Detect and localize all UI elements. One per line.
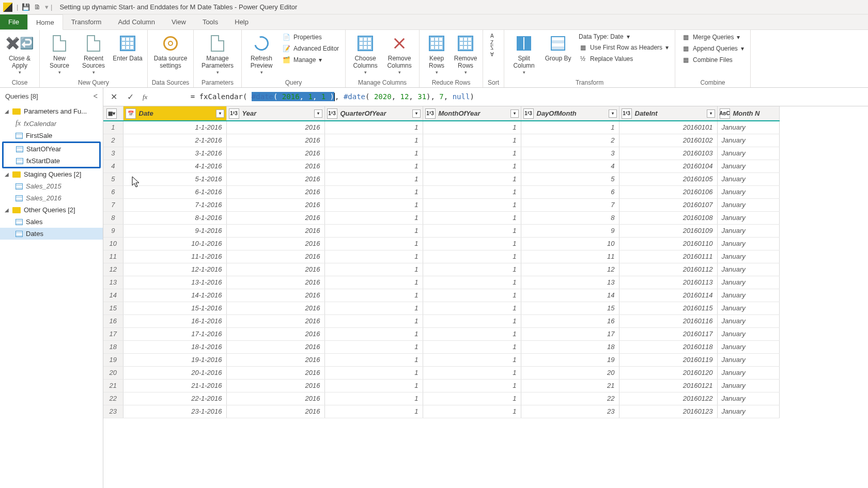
cell-day[interactable]: 13	[521, 276, 619, 289]
cell-date[interactable]: 18-1-2016	[123, 340, 226, 353]
combine-files-button[interactable]: ▦Combine Files	[678, 55, 747, 65]
cell-dateint[interactable]: 20160102	[619, 134, 717, 147]
cell-date[interactable]: 23-1-2016	[123, 405, 226, 418]
type-int-icon[interactable]: 1²3	[622, 108, 632, 119]
cell-monthname[interactable]: January	[717, 198, 779, 211]
replace-values-button[interactable]: ½Replace Values	[576, 54, 672, 64]
type-int-icon[interactable]: 1²3	[327, 108, 337, 119]
cell-dateint[interactable]: 20160112	[619, 263, 717, 276]
col-filter-dropdown[interactable]: ▾	[510, 109, 519, 118]
cell-monthname[interactable]: January	[717, 405, 779, 418]
cell-day[interactable]: 21	[521, 379, 619, 392]
cell-quarter[interactable]: 1	[324, 405, 423, 418]
cell-date[interactable]: 15-1-2016	[123, 302, 226, 314]
table-row[interactable]: 77-1-2016201611720160107January	[103, 198, 779, 211]
row-number-header[interactable]: ▦▾	[103, 106, 123, 121]
query-sales-2016[interactable]: Sales_2016	[0, 192, 103, 204]
cell-quarter[interactable]: 1	[324, 134, 423, 147]
cell-date[interactable]: 11-1-2016	[123, 250, 226, 263]
cell-dateint[interactable]: 20160118	[619, 340, 717, 353]
cell-quarter[interactable]: 1	[324, 224, 423, 237]
query-startofyear[interactable]: StartOfYear	[4, 143, 99, 155]
cell-dateint[interactable]: 20160119	[619, 353, 717, 366]
cell-month[interactable]: 1	[423, 134, 521, 147]
cell-monthname[interactable]: January	[717, 211, 779, 224]
table-row[interactable]: 1111-1-20162016111120160111January	[103, 250, 779, 263]
data-grid[interactable]: ▦▾ 📅Date▾ 1²3Year▾ 1²3QuarterOfYear▾ 1²3…	[103, 106, 868, 488]
cell-quarter[interactable]: 1	[324, 276, 423, 289]
cell-date[interactable]: 21-1-2016	[123, 379, 226, 392]
row-number-cell[interactable]: 10	[103, 237, 123, 250]
row-number-cell[interactable]: 3	[103, 147, 123, 160]
enter-data-button[interactable]: Enter Data	[111, 32, 144, 63]
cell-dateint[interactable]: 20160109	[619, 224, 717, 237]
cell-month[interactable]: 1	[423, 263, 521, 276]
query-fxcalendar[interactable]: fx fxCalendar	[0, 117, 103, 130]
cell-date[interactable]: 16-1-2016	[123, 314, 226, 327]
cell-monthname[interactable]: January	[717, 121, 779, 134]
table-row[interactable]: 44-1-2016201611420160104January	[103, 160, 779, 172]
tab-file[interactable]: File	[0, 14, 27, 29]
manage-button[interactable]: 🗂️Manage ▾	[279, 55, 342, 65]
cell-quarter[interactable]: 1	[324, 121, 423, 134]
table-row[interactable]: 1414-1-20162016111420160114January	[103, 289, 779, 302]
table-row[interactable]: 55-1-2016201611520160105January	[103, 172, 779, 185]
cell-monthname[interactable]: January	[717, 160, 779, 172]
cell-date[interactable]: 4-1-2016	[123, 160, 226, 172]
group-by-button[interactable]: Group By	[541, 32, 575, 63]
cell-monthname[interactable]: January	[717, 250, 779, 263]
remove-rows-button[interactable]: Remove Rows▾	[452, 32, 479, 76]
cell-monthname[interactable]: January	[717, 302, 779, 314]
cell-date[interactable]: 1-1-2016	[123, 121, 226, 134]
cell-year[interactable]: 2016	[226, 302, 324, 314]
cell-monthname[interactable]: January	[717, 379, 779, 392]
cell-monthname[interactable]: January	[717, 263, 779, 276]
row-number-cell[interactable]: 19	[103, 353, 123, 366]
cell-day[interactable]: 20	[521, 366, 619, 379]
cell-month[interactable]: 1	[423, 185, 521, 198]
row-number-cell[interactable]: 18	[103, 340, 123, 353]
cell-monthname[interactable]: January	[717, 172, 779, 185]
table-row[interactable]: 2020-1-20162016112020160120January	[103, 366, 779, 379]
tab-add-column[interactable]: Add Column	[110, 14, 163, 29]
cell-dateint[interactable]: 20160121	[619, 379, 717, 392]
row-number-cell[interactable]: 21	[103, 379, 123, 392]
cell-month[interactable]: 1	[423, 379, 521, 392]
row-number-cell[interactable]: 12	[103, 263, 123, 276]
row-number-cell[interactable]: 5	[103, 172, 123, 185]
row-number-cell[interactable]: 11	[103, 250, 123, 263]
cell-quarter[interactable]: 1	[324, 263, 423, 276]
cell-day[interactable]: 15	[521, 302, 619, 314]
cell-day[interactable]: 1	[521, 121, 619, 134]
cell-year[interactable]: 2016	[226, 160, 324, 172]
data-source-settings-button[interactable]: Data source settings	[151, 32, 190, 71]
cell-month[interactable]: 1	[423, 237, 521, 250]
row-number-cell[interactable]: 6	[103, 185, 123, 198]
row-number-cell[interactable]: 4	[103, 160, 123, 172]
cell-date[interactable]: 22-1-2016	[123, 392, 226, 405]
cell-quarter[interactable]: 1	[324, 314, 423, 327]
query-sales-2015[interactable]: Sales_2015	[0, 180, 103, 192]
tab-home[interactable]: Home	[27, 14, 63, 30]
cell-day[interactable]: 8	[521, 211, 619, 224]
cell-date[interactable]: 6-1-2016	[123, 185, 226, 198]
type-int-icon[interactable]: 1²3	[229, 108, 239, 119]
table-row[interactable]: 2222-1-20162016112220160122January	[103, 392, 779, 405]
cell-month[interactable]: 1	[423, 147, 521, 160]
cell-monthname[interactable]: January	[717, 327, 779, 340]
cell-dateint[interactable]: 20160123	[619, 405, 717, 418]
col-filter-dropdown[interactable]: ▾	[216, 109, 224, 118]
cell-dateint[interactable]: 20160107	[619, 198, 717, 211]
cell-dateint[interactable]: 20160110	[619, 237, 717, 250]
cell-date[interactable]: 13-1-2016	[123, 276, 226, 289]
cell-quarter[interactable]: 1	[324, 353, 423, 366]
cell-quarter[interactable]: 1	[324, 147, 423, 160]
row-number-cell[interactable]: 23	[103, 405, 123, 418]
col-filter-dropdown[interactable]: ▾	[609, 109, 617, 118]
query-fxstartdate[interactable]: fxStartDate	[4, 155, 99, 167]
cell-year[interactable]: 2016	[226, 392, 324, 405]
cell-date[interactable]: 14-1-2016	[123, 289, 226, 302]
cell-month[interactable]: 1	[423, 172, 521, 185]
table-options-icon[interactable]: ▦▾	[106, 108, 117, 119]
cell-month[interactable]: 1	[423, 366, 521, 379]
